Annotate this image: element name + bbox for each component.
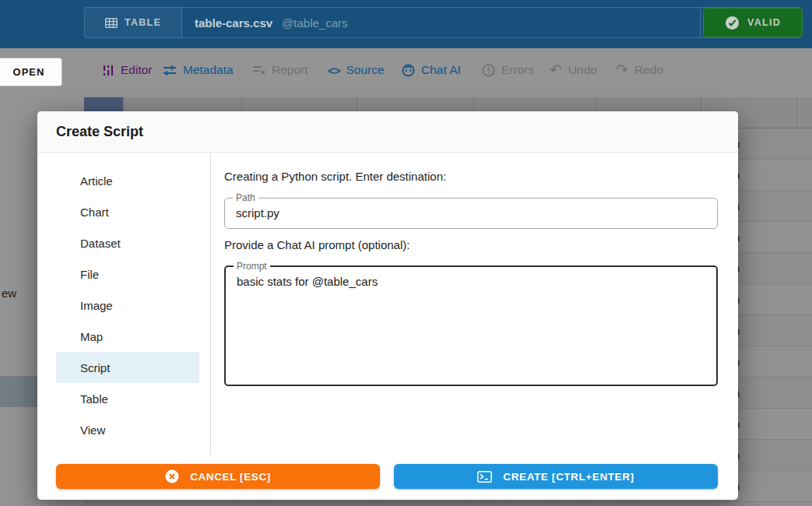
category-item-map[interactable]: Map xyxy=(56,321,199,352)
category-item-image[interactable]: Image xyxy=(56,290,199,321)
prompt-textarea-label: Prompt xyxy=(234,261,270,272)
prompt-textarea-value: basic stats for @table_cars xyxy=(237,275,378,288)
path-input-value: script.py xyxy=(236,206,279,220)
open-button[interactable]: OPEN xyxy=(0,58,62,86)
valid-status-label: VALID xyxy=(747,17,781,28)
path-input-label: Path xyxy=(233,192,258,203)
dialog-title: Create Script xyxy=(56,124,143,140)
path-input[interactable]: Path script.py xyxy=(224,198,718,229)
terminal-icon xyxy=(477,471,492,483)
valid-status-button[interactable]: VALID xyxy=(703,8,803,37)
document-name-field[interactable]: table-cars.csv @table_cars xyxy=(182,8,700,37)
destination-label: Creating a Python script. Enter destinat… xyxy=(224,170,719,184)
cancel-button-label: CANCEL [ESC] xyxy=(190,471,271,483)
category-list: Article Chart Dataset File Image Map Scr… xyxy=(37,153,211,455)
cancel-x-icon xyxy=(165,469,179,483)
document-handle: @table_cars xyxy=(282,16,347,30)
dialog-header: Create Script xyxy=(37,111,738,153)
screen: TABLE table-cars.csv @table_cars CREATE xyxy=(0,0,812,506)
dialog-body: Article Chart Dataset File Image Map Scr… xyxy=(37,153,738,455)
dialog-footer: CANCEL [ESC] CREATE [CTRL+ENTER] xyxy=(56,464,718,489)
document-filename: table-cars.csv xyxy=(195,16,272,30)
create-button-label: CREATE [CTRL+ENTER] xyxy=(503,471,634,483)
document-segmented-control: TABLE table-cars.csv @table_cars CREATE xyxy=(84,7,802,38)
table-type-label: TABLE xyxy=(125,17,161,28)
category-item-chart[interactable]: Chart xyxy=(56,196,199,227)
table-grid-icon xyxy=(105,18,118,28)
prompt-label: Provide a Chat AI prompt (optional): xyxy=(224,238,719,252)
category-item-table[interactable]: Table xyxy=(56,383,199,414)
script-form: Creating a Python script. Enter destinat… xyxy=(211,153,738,455)
category-item-script[interactable]: Script xyxy=(56,352,199,383)
check-circle-icon xyxy=(725,16,740,30)
category-item-dataset[interactable]: Dataset xyxy=(56,227,199,258)
create-script-dialog: Create Script Article Chart Dataset File… xyxy=(37,111,738,500)
category-item-view[interactable]: View xyxy=(56,414,199,445)
category-item-article[interactable]: Article xyxy=(56,165,199,196)
cancel-button[interactable]: CANCEL [ESC] xyxy=(56,464,380,489)
create-button[interactable]: CREATE [CTRL+ENTER] xyxy=(394,464,718,489)
prompt-textarea[interactable]: Prompt basic stats for @table_cars xyxy=(224,265,718,386)
category-item-file[interactable]: File xyxy=(56,258,199,290)
table-type-button[interactable]: TABLE xyxy=(85,8,182,37)
top-bar: TABLE table-cars.csv @table_cars CREATE xyxy=(0,0,812,48)
